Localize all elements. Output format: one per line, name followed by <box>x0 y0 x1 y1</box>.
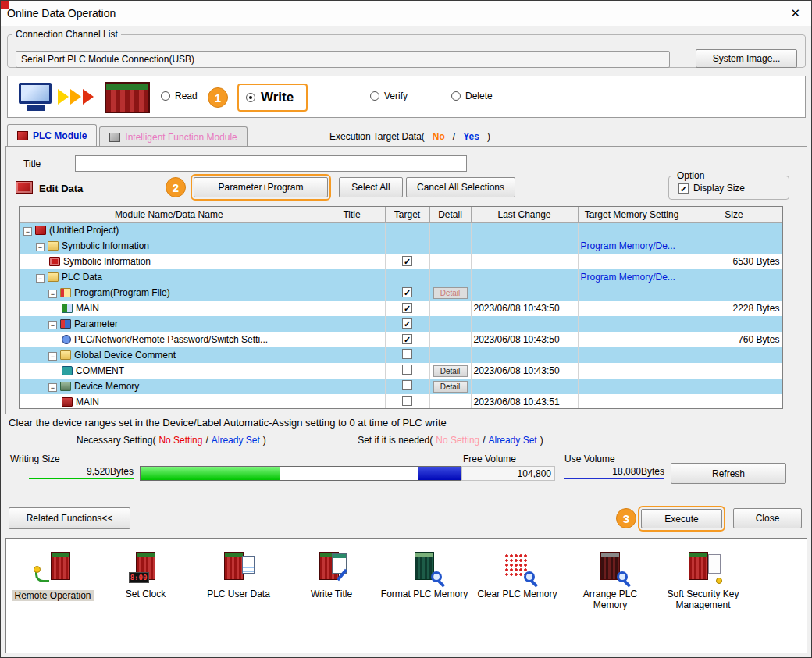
title-cell <box>319 301 385 316</box>
last-change-cell <box>471 222 578 238</box>
target-cell <box>385 269 429 285</box>
device-memory-item-icon <box>62 397 73 407</box>
verify-radio[interactable]: Verify <box>370 91 408 101</box>
module-name: MAIN <box>76 397 99 407</box>
parameter-program-button[interactable]: Parameter+Program <box>194 177 328 197</box>
target-checkbox[interactable] <box>402 287 412 297</box>
module-name-cell: −PLC Data <box>20 269 319 285</box>
tree-collapse-icon[interactable]: − <box>23 227 32 236</box>
cancel-all-selections-button[interactable]: Cancel All Selections <box>406 177 515 197</box>
needed-slash: / <box>483 435 485 446</box>
set-clock-icon: 8:00 <box>126 550 166 585</box>
target-checkbox[interactable] <box>402 365 412 375</box>
function-format-plc-memory[interactable]: Format PLC Memory <box>378 539 471 599</box>
target-checkbox[interactable] <box>402 318 412 329</box>
connection-channel-field[interactable]: Serial Port PLC Module Connection(USB) <box>16 51 670 68</box>
tree-collapse-icon[interactable]: − <box>48 290 57 298</box>
table-row[interactable]: MAIN2023/06/08 10:43:502228 Bytes <box>20 301 782 316</box>
delete-radio[interactable]: Delete <box>451 91 493 101</box>
target-memory-cell <box>578 347 686 363</box>
function-label: Arrange PLC Memory <box>564 589 657 610</box>
table-row[interactable]: −Parameter <box>20 316 782 332</box>
execution-target-yes[interactable]: Yes <box>463 131 479 142</box>
related-functions-button[interactable]: Related Functions<< <box>9 507 130 529</box>
clear-plc-memory-icon <box>498 550 537 585</box>
target-checkbox[interactable] <box>402 349 412 359</box>
size-cell <box>686 347 782 363</box>
free-volume-label: Free Volume <box>463 453 516 464</box>
refresh-button[interactable]: Refresh <box>671 463 786 484</box>
function-clear-plc-memory[interactable]: Clear PLC Memory <box>471 539 564 599</box>
table-row[interactable]: −(Untitled Project) <box>20 222 782 238</box>
size-cell <box>686 269 782 285</box>
target-memory-cell <box>578 285 686 301</box>
read-radio[interactable]: Read <box>161 91 198 101</box>
table-row[interactable]: −Device MemoryDetail <box>20 379 782 394</box>
table-row[interactable]: −PLC DataProgram Memory/De... <box>20 269 782 285</box>
module-name: Parameter <box>74 318 118 329</box>
tree-collapse-icon[interactable]: − <box>48 321 57 329</box>
step-2-badge: 2 <box>166 177 186 197</box>
target-memory-cell <box>578 379 686 394</box>
function-write-title[interactable]: Write Title <box>285 539 378 599</box>
target-cell <box>385 316 429 332</box>
size-cell <box>686 238 782 254</box>
tree-collapse-icon[interactable]: − <box>48 383 57 392</box>
module-name-cell: −Program(Program File) <box>20 285 319 301</box>
table-row[interactable]: MAIN2023/06/08 10:43:51 <box>20 394 782 409</box>
tab-plc-module[interactable]: PLC Module <box>7 124 97 147</box>
target-checkbox[interactable] <box>402 303 412 313</box>
last-change-cell <box>471 254 578 269</box>
table-row[interactable]: −Program(Program File)Detail <box>20 285 782 301</box>
tree-collapse-icon[interactable]: − <box>36 274 45 283</box>
table-row[interactable]: −Symbolic InformationProgram Memory/De..… <box>20 238 782 254</box>
tree-collapse-icon[interactable]: − <box>48 352 57 361</box>
detail-button[interactable]: Detail <box>433 381 468 393</box>
function-set-clock[interactable]: 8:00Set Clock <box>99 539 192 599</box>
plc-module-tab-label: PLC Module <box>33 130 87 141</box>
target-checkbox[interactable] <box>402 334 412 344</box>
size-cell <box>686 316 782 332</box>
target-memory-cell <box>578 394 686 409</box>
function-remote-operation[interactable]: Remote Operation <box>6 539 99 601</box>
write-radio[interactable]: Write <box>237 84 308 112</box>
table-row[interactable]: COMMENTDetail2023/06/08 10:43:50 <box>20 363 782 379</box>
select-all-button[interactable]: Select All <box>339 177 403 197</box>
connection-channel-group-label: Connection Channel List <box>12 29 121 40</box>
function-soft-security-key-management[interactable]: Soft Security Key Management <box>657 539 750 610</box>
close-button[interactable]: Close <box>733 508 802 528</box>
target-checkbox[interactable] <box>402 256 412 266</box>
title-input[interactable] <box>75 155 467 172</box>
detail-button[interactable]: Detail <box>433 365 468 377</box>
module-name: MAIN <box>76 303 99 314</box>
program-main-icon <box>62 304 73 313</box>
target-memory-cell <box>578 254 686 269</box>
execute-button[interactable]: Execute <box>641 509 722 528</box>
function-arrange-plc-memory[interactable]: Arrange PLC Memory <box>564 539 657 610</box>
target-cell <box>385 363 429 379</box>
target-checkbox[interactable] <box>402 380 412 390</box>
window-title: Online Data Operation <box>7 7 116 20</box>
target-cell <box>385 394 429 409</box>
function-label: Write Title <box>285 589 378 599</box>
module-name-cell: COMMENT <box>20 363 319 379</box>
table-row[interactable]: PLC/Network/Remote Password/Switch Setti… <box>20 332 782 347</box>
display-size-checkbox[interactable]: Display Size <box>678 183 789 194</box>
system-image-button[interactable]: System Image... <box>696 49 797 68</box>
close-icon[interactable]: ✕ <box>790 6 800 20</box>
necessary-already-set: Already Set <box>212 435 260 446</box>
execution-target-no[interactable]: No <box>433 131 445 142</box>
table-row[interactable]: −Global Device Comment <box>20 347 782 363</box>
format-plc-memory-icon <box>405 550 444 585</box>
tab-intelligent-function-module[interactable]: Intelligent Function Module <box>99 126 247 147</box>
function-label: Remote Operation <box>12 590 93 601</box>
target-checkbox[interactable] <box>402 396 412 406</box>
tree-collapse-icon[interactable]: − <box>36 243 45 251</box>
necessary-setting-legend: Necessary Setting(No Setting/Already Set… <box>75 435 270 446</box>
column-header-target-memory-setting: Target Memory Setting <box>578 207 686 222</box>
last-change-cell: 2023/06/08 10:43:50 <box>471 363 578 379</box>
last-change-cell: 2023/06/08 10:43:51 <box>471 394 578 409</box>
function-plc-user-data[interactable]: PLC User Data <box>192 539 285 599</box>
table-row[interactable]: Symbolic Information6530 Bytes <box>20 254 782 269</box>
necessary-suffix: ) <box>263 435 266 446</box>
